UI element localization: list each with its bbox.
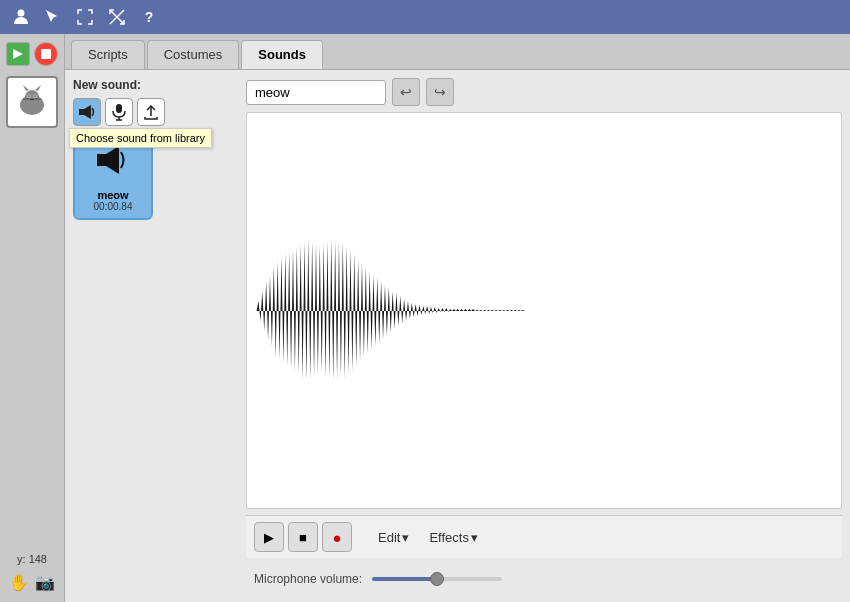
sound-item-duration: 00:00.84 (94, 201, 133, 212)
svg-marker-7 (23, 85, 29, 91)
slider-thumb[interactable] (430, 572, 444, 586)
svg-point-12 (34, 95, 36, 97)
top-toolbar: ? (0, 0, 850, 34)
waveform-container (246, 112, 842, 509)
record-btn[interactable]: ● (322, 522, 352, 552)
svg-rect-15 (79, 109, 84, 115)
choose-from-library-btn[interactable] (73, 98, 101, 126)
svg-rect-17 (116, 104, 122, 113)
svg-rect-21 (97, 154, 106, 166)
green-flag-btn[interactable] (6, 42, 30, 66)
sound-item-icon (95, 142, 131, 185)
tab-costumes[interactable]: Costumes (147, 40, 240, 69)
stop-btn[interactable] (34, 42, 58, 66)
svg-point-6 (25, 90, 39, 104)
mic-volume-bar: Microphone volume: (246, 564, 842, 594)
speaker-icon (78, 103, 96, 121)
controls-bar: ▶ ■ ● Edit ▾ Effects ▾ (246, 515, 842, 558)
sidebar-bottom: y: 148 ✋ 📷 (9, 553, 55, 592)
sprite-thumbnail (6, 76, 58, 128)
effects-label: Effects (429, 530, 469, 545)
microphone-icon (110, 103, 128, 121)
redo-btn[interactable]: ↪ (426, 78, 454, 106)
main-area: y: 148 ✋ 📷 Scripts Costumes Sounds New s… (0, 34, 850, 602)
effects-dropdown-btn[interactable]: Effects ▾ (423, 527, 484, 548)
camera-icon[interactable]: 📷 (35, 573, 55, 592)
upload-sound-btn[interactable] (137, 98, 165, 126)
choose-library-tooltip: Choose sound from library (69, 128, 212, 148)
mic-volume-slider-track[interactable] (372, 577, 502, 581)
tab-sounds[interactable]: Sounds (241, 40, 323, 69)
svg-marker-8 (35, 85, 41, 91)
new-sound-section: New sound: (73, 78, 238, 594)
new-sound-label: New sound: (73, 78, 238, 92)
person-icon[interactable] (10, 6, 32, 28)
mic-volume-label: Microphone volume: (254, 572, 362, 586)
sound-editor: ↩ ↪ ▶ ■ ● Edit (246, 78, 842, 594)
edit-effects-bar: Edit ▾ Effects ▾ (372, 527, 484, 548)
effects-chevron-icon: ▾ (471, 530, 478, 545)
svg-marker-16 (84, 105, 91, 119)
edit-chevron-icon: ▾ (402, 530, 409, 545)
record-sound-btn[interactable] (105, 98, 133, 126)
tabs-bar: Scripts Costumes Sounds (65, 34, 850, 70)
new-sound-icons: Choose sound from library (73, 98, 238, 126)
sound-item-name: meow (97, 189, 128, 201)
svg-point-0 (18, 10, 25, 17)
svg-marker-3 (13, 49, 23, 59)
help-icon[interactable]: ? (138, 6, 160, 28)
undo-btn[interactable]: ↩ (392, 78, 420, 106)
coord-display: y: 148 (17, 553, 47, 565)
play-btn[interactable]: ▶ (254, 522, 284, 552)
svg-marker-22 (106, 146, 119, 174)
svg-rect-4 (41, 49, 51, 59)
edit-label: Edit (378, 530, 400, 545)
upload-icon (142, 103, 160, 121)
sprite-controls (6, 42, 58, 66)
svg-point-11 (28, 95, 30, 97)
sounds-panel: New sound: (65, 70, 850, 602)
hand-icon[interactable]: ✋ (9, 573, 29, 592)
rotate-icon[interactable] (106, 6, 128, 28)
sound-name-bar: ↩ ↪ (246, 78, 842, 106)
waveform-svg (247, 231, 841, 391)
edit-dropdown-btn[interactable]: Edit ▾ (372, 527, 415, 548)
stop-btn[interactable]: ■ (288, 522, 318, 552)
sound-name-input[interactable] (246, 80, 386, 105)
sprite-icon (13, 83, 51, 121)
bottom-icons: ✋ 📷 (9, 573, 55, 592)
slider-fill (372, 577, 437, 581)
resize-icon[interactable] (74, 6, 96, 28)
left-sidebar: y: 148 ✋ 📷 (0, 34, 65, 602)
arrow-icon[interactable] (42, 6, 64, 28)
right-panel: Scripts Costumes Sounds New sound: (65, 34, 850, 602)
tab-scripts[interactable]: Scripts (71, 40, 145, 69)
